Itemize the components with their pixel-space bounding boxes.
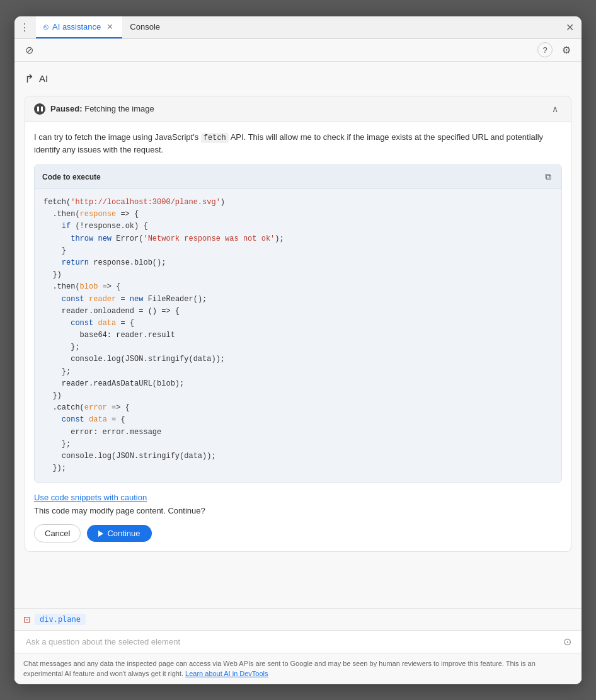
bottom-section: ⊡ div.plane ⊙ Chat messages and any data…: [14, 608, 582, 684]
main-content: ↱ AI Paused: Fetchi: [14, 62, 582, 684]
disclaimer-link[interactable]: Learn about AI in DevTools: [185, 670, 268, 677]
ask-input[interactable]: [21, 634, 559, 649]
ai-header-label: AI: [39, 73, 48, 84]
action-buttons: Cancel Continue: [34, 524, 562, 542]
tab-console-label: Console: [130, 22, 160, 32]
fetch-code-inline: fetch: [201, 133, 229, 143]
settings-button[interactable]: ⚙: [559, 42, 574, 58]
warning-text: This code may modify page content. Conti…: [34, 506, 562, 515]
continue-label: Continue: [107, 529, 140, 538]
copy-code-button[interactable]: ⧉: [542, 170, 554, 183]
disclaimer: Chat messages and any data the inspected…: [14, 653, 582, 684]
ai-panel: ↱ AI Paused: Fetchi: [14, 62, 582, 608]
ai-panel-header: ↱ AI: [25, 72, 571, 86]
ai-tab-icon: ⎋: [43, 22, 49, 32]
code-block: Code to execute ⧉ fetch('http://localhos…: [34, 164, 562, 483]
paused-title: Paused: Fetching the image: [50, 104, 154, 113]
tab-bar: ⋮ ⎋ AI assistance ✕ Console ✕: [14, 16, 582, 39]
window-close-button[interactable]: ✕: [563, 19, 576, 36]
code-block-header: Code to execute ⧉: [35, 165, 561, 189]
tab-close-ai[interactable]: ✕: [105, 21, 115, 32]
tab-console[interactable]: Console: [122, 16, 168, 39]
code-block-title: Code to execute: [42, 173, 101, 181]
devtools-window: ⋮ ⎋ AI assistance ✕ Console ✕ ⊘ ? ⚙ ↱ AI: [14, 16, 582, 684]
ai-header-icon: ↱: [25, 72, 34, 86]
toolbar-right: ? ⚙: [537, 42, 574, 58]
ask-input-wrapper: ⊙: [14, 631, 582, 653]
continue-button[interactable]: Continue: [87, 525, 151, 542]
paused-card: Paused: Fetching the image ∧ I can try t…: [25, 96, 571, 553]
menu-icon[interactable]: ⋮: [20, 21, 30, 33]
paused-description: I can try to fetch the image using JavaS…: [34, 131, 562, 156]
ban-button[interactable]: ⊘: [22, 42, 37, 58]
help-button[interactable]: ?: [537, 42, 553, 57]
disclaimer-text: Chat messages and any data the inspected…: [23, 660, 536, 678]
paused-status: Paused:: [50, 104, 83, 113]
play-icon: [98, 531, 103, 537]
cancel-button[interactable]: Cancel: [34, 524, 81, 542]
pause-icon: [34, 103, 45, 115]
paused-detail: Fetching the image: [84, 104, 154, 113]
paused-header: Paused: Fetching the image ∧: [25, 96, 571, 122]
tab-ai-assistance[interactable]: ⎋ AI assistance ✕: [36, 16, 122, 39]
warning-link[interactable]: Use code snippets with caution: [34, 493, 147, 502]
code-content: fetch('http://localhost:3000/plane.svg')…: [35, 189, 561, 482]
element-selector-icon: ⊡: [23, 614, 31, 624]
toolbar: ⊘ ? ⚙: [14, 39, 582, 62]
paused-body: I can try to fetch the image using JavaS…: [25, 122, 571, 552]
collapse-button[interactable]: ∧: [548, 103, 562, 115]
element-chip-tag[interactable]: div.plane: [35, 614, 86, 625]
element-chip-row: ⊡ div.plane: [14, 609, 582, 631]
toolbar-left: ⊘: [22, 42, 37, 58]
tab-ai-assistance-label: AI assistance: [52, 22, 101, 32]
mic-button[interactable]: ⊙: [559, 634, 575, 649]
paused-header-left: Paused: Fetching the image: [34, 103, 154, 115]
